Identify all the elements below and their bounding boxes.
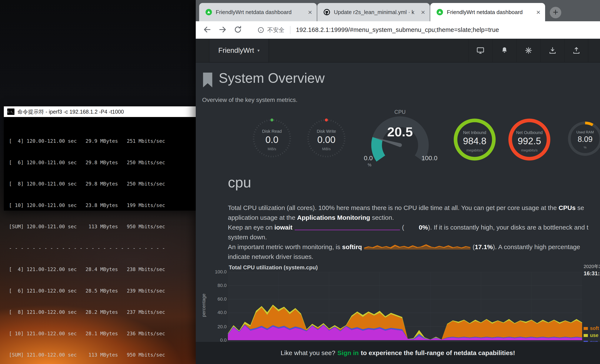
disk-write-gauge[interactable]: Disk Write 0.00 MiB/s [304, 116, 349, 161]
help-line: indicate network driver issues. [228, 252, 600, 262]
chart-time: 16:31:2 [584, 270, 600, 277]
back-button[interactable] [203, 25, 212, 35]
tab-close-icon[interactable]: × [536, 9, 540, 16]
terminal-window[interactable]: C:\_ 命令提示符 - iperf3 -c 192.168.1.2 -P4 -… [4, 106, 196, 211]
netdata-navbar: FriendlyWrt ▾ [196, 39, 600, 63]
signin-banner: Like what you see? Sign in to experience… [196, 342, 600, 364]
disk-read-gauge[interactable]: Disk Read 0.0 MiB/s [249, 116, 294, 161]
gauge-label: Disk Read [249, 129, 294, 134]
net-inbound-gauge[interactable]: Net Inbound 984.8 megabits/s [452, 117, 497, 162]
help-line: An important metric worth monitoring, is… [228, 242, 600, 252]
address-divider [290, 26, 291, 34]
netdata-page: FriendlyWrt ▾ [196, 39, 600, 364]
gauge-unit: % [566, 146, 600, 149]
host-dropdown[interactable]: FriendlyWrt ▾ [209, 39, 269, 62]
tab-github[interactable]: Update r2s_lean_minimal.yml · k × [317, 3, 430, 21]
used-ram-arc [585, 123, 593, 125]
gauge-label: Used RAM [566, 130, 600, 134]
terminal-line: [SUM] 120.00-121.00 sec 113 MBytes 950 M… [9, 223, 196, 230]
net-outbound-gauge[interactable]: Net Outbound 992.5 megabits/s [507, 117, 552, 162]
cpu-gauge-fill [377, 139, 381, 159]
banner-text: to experience the full-range of netdata … [361, 349, 515, 356]
navbar-icons [468, 39, 588, 62]
y-axis-label: percentage [201, 284, 206, 327]
terminal-output: [ 4] 120.00-121.00 sec 29.9 MBytes 251 M… [4, 117, 196, 364]
reload-button[interactable] [234, 25, 243, 35]
iowait-sparkline [295, 225, 400, 230]
y-tick: 80.0 [204, 283, 227, 288]
y-tick: 100.0 [204, 269, 227, 275]
cmd-prompt-icon: C:\_ [7, 109, 14, 115]
gauge-value: 8.09 [566, 135, 600, 144]
gear-icon[interactable] [516, 39, 540, 62]
tab-label: FriendlyWrt netdata dashboard [216, 9, 304, 16]
gauge-label: Disk Write [304, 129, 349, 134]
netdata-favicon [206, 9, 212, 15]
tab-netdata-2-active[interactable]: FriendlyWrt netdata dashboard × [430, 3, 545, 21]
page-title: System Overview [219, 70, 325, 86]
softirq-value: 17.1% [475, 242, 493, 252]
url-text[interactable]: 192.168.2.1:19999/#menu_system_submenu_c… [296, 26, 499, 33]
not-secure-label: 不安全 [267, 26, 284, 34]
bookmark-icon [202, 72, 213, 89]
import-snapshot-icon[interactable] [540, 39, 564, 62]
cpu-utilization-chart[interactable] [228, 272, 582, 340]
gauge-label: Net Inbound [452, 130, 497, 135]
monitor-icon[interactable] [468, 39, 492, 62]
forward-button[interactable] [218, 25, 228, 35]
used-ram-gauge[interactable]: Used RAM 8.09 % [566, 120, 600, 158]
gauge-value: 984.8 [452, 136, 497, 146]
gauge-unit: MiB/s [249, 147, 294, 151]
legend-swatch [584, 334, 588, 337]
disk-write-indicator-dot [325, 119, 328, 121]
terminal-line: [ 8] 121.00-122.00 sec 28.2 MBytes 237 M… [9, 309, 196, 316]
address-bar: 不安全 192.168.2.1:19999/#menu_system_subme… [196, 21, 600, 39]
terminal-line: [ 8] 120.00-121.00 sec 29.8 MBytes 250 M… [9, 180, 196, 188]
browser-window: FriendlyWrt netdata dashboard × Update r… [196, 0, 600, 364]
info-icon [257, 27, 264, 33]
new-tab-button[interactable]: + [550, 7, 561, 18]
gauge-value: 992.5 [507, 136, 552, 146]
legend-item-softirq[interactable]: soft [584, 326, 599, 331]
terminal-separator-line: - - - - - - - - - - - - - - - - - - - - … [9, 245, 196, 252]
help-line: system down. [228, 232, 600, 242]
legend-label: soft [590, 326, 599, 331]
signin-link[interactable]: Sign in [338, 349, 359, 356]
disk-read-indicator-dot [271, 119, 273, 121]
cpu-gauge[interactable]: CPU 20.5 0.0 100.0 % [362, 107, 438, 171]
chevron-down-icon: ▾ [257, 48, 260, 53]
gauge-value: 0.00 [304, 134, 349, 145]
desktop: C:\_ 命令提示符 - iperf3 -c 192.168.1.2 -P4 -… [0, 0, 600, 364]
gauge-unit: MiB/s [304, 147, 349, 151]
terminal-line: [ 6] 120.00-121.00 sec 29.8 MBytes 250 M… [9, 159, 196, 166]
terminal-line: [ 6] 121.00-122.00 sec 28.5 MBytes 239 M… [9, 287, 196, 295]
bell-icon[interactable] [492, 39, 516, 62]
tab-strip: FriendlyWrt netdata dashboard × Update r… [196, 0, 600, 21]
gauge-unit: megabits/s [507, 149, 552, 152]
legend-item-user[interactable]: use [584, 333, 599, 338]
tab-netdata-1[interactable]: FriendlyWrt netdata dashboard × [199, 3, 317, 21]
chart-date: 2020年3 [584, 263, 600, 270]
softirq-sparkline [364, 243, 470, 250]
gauge-unit: megabits/s [452, 149, 497, 152]
iowait-value: 0% [404, 223, 428, 232]
help-line: application usage at the Applications Mo… [228, 213, 600, 223]
export-snapshot-icon[interactable] [564, 39, 588, 62]
terminal-titlebar[interactable]: C:\_ 命令提示符 - iperf3 -c 192.168.1.2 -P4 -… [4, 106, 196, 117]
gauge-value: 20.5 [370, 124, 430, 139]
terminal-title: 命令提示符 - iperf3 -c 192.168.1.2 -P4 -t1000 [18, 108, 124, 115]
y-tick: 20.0 [204, 324, 227, 329]
tab-close-icon[interactable]: × [308, 9, 312, 16]
tab-close-icon[interactable]: × [421, 9, 425, 16]
gauge-value: 0.0 [249, 134, 294, 145]
github-favicon [324, 9, 330, 15]
help-line: Keep an eye on iowait(0%). If it is cons… [228, 223, 600, 232]
help-line: Total CPU utilization (all cores). 100% … [228, 203, 600, 213]
gauge-min: 0.0 [364, 154, 373, 162]
site-security-chip[interactable]: 不安全 [257, 26, 284, 34]
netdata-favicon [437, 9, 443, 15]
terminal-line: [SUM] 121.00-122.00 sec 113 MBytes 950 M… [9, 351, 196, 359]
host-name: FriendlyWrt [218, 46, 254, 55]
terminal-line: [ 4] 120.00-121.00 sec 29.9 MBytes 251 M… [9, 138, 196, 145]
tab-label: FriendlyWrt netdata dashboard [447, 9, 532, 16]
